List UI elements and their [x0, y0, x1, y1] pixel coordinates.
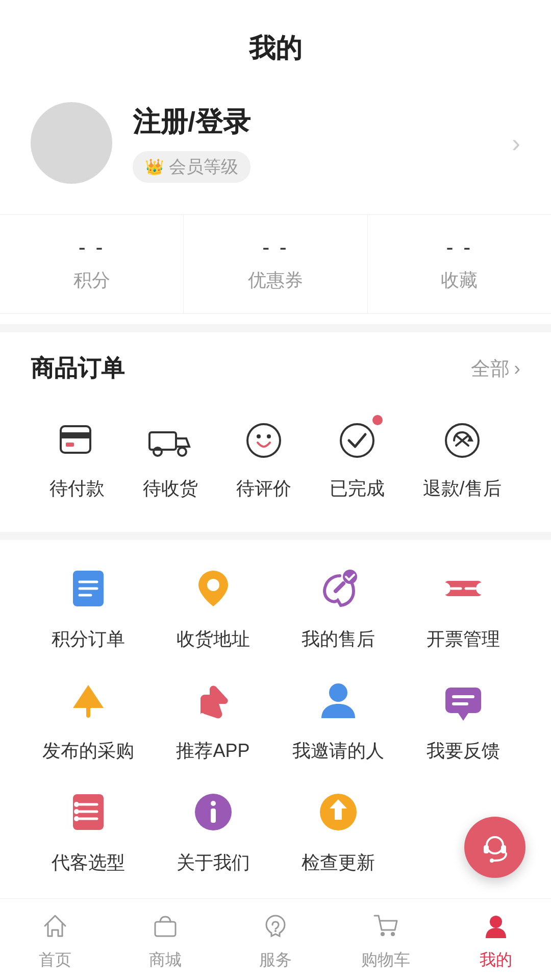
nav-service[interactable]: 服务: [220, 899, 331, 980]
menu-row-1: 积分订单 收货地址 我的售后: [31, 560, 520, 652]
headset-icon: [479, 831, 511, 864]
stat-coupons[interactable]: - - 优惠券: [184, 215, 367, 313]
svg-point-45: [490, 859, 494, 863]
pending-delivery-icon: [145, 415, 196, 466]
pending-review-label: 待评价: [236, 476, 291, 501]
menu-recommend[interactable]: 推荐APP: [156, 672, 270, 764]
stat-coupons-value: - -: [194, 235, 357, 260]
proxy-select-label: 代客选型: [52, 850, 125, 875]
svg-point-25: [329, 683, 347, 702]
divider-1: [0, 324, 551, 332]
svg-point-6: [247, 424, 280, 457]
page-title: 我的: [0, 0, 551, 82]
profile-section[interactable]: 注册/登录 👑 会员等级 ›: [0, 82, 551, 204]
order-refund[interactable]: 退款/售后: [423, 415, 502, 501]
orders-header: 商品订单 全部 ›: [31, 353, 520, 384]
menu-row-2: 发布的采购 推荐APP 我邀请的人: [31, 672, 520, 764]
invite-icon: [310, 672, 366, 728]
order-pending-delivery[interactable]: 待收货: [143, 415, 198, 501]
svg-point-7: [257, 434, 261, 438]
profile-info: 注册/登录 👑 会员等级: [133, 104, 512, 183]
pending-delivery-label: 待收货: [143, 476, 198, 501]
mine-icon: [478, 908, 514, 944]
profile-name: 注册/登录: [133, 104, 512, 141]
svg-rect-43: [484, 845, 489, 853]
points-order-label: 积分订单: [52, 627, 125, 652]
refund-icon: [437, 415, 488, 466]
address-icon: [185, 560, 241, 617]
nav-shop[interactable]: 商城: [110, 899, 220, 980]
stats-section: - - 积分 - - 优惠券 - - 收藏: [0, 214, 551, 314]
nav-mine[interactable]: 我的: [441, 899, 551, 980]
complete-icon: [332, 415, 383, 466]
member-badge: 👑 会员等级: [133, 151, 251, 183]
order-icons-row: 待付款 待收货: [31, 405, 520, 522]
menu-about[interactable]: 关于我们: [156, 784, 270, 875]
recommend-icon: [185, 672, 241, 728]
cart-icon: [368, 908, 404, 944]
stat-points[interactable]: - - 积分: [0, 215, 184, 313]
svg-point-35: [74, 809, 79, 814]
svg-rect-39: [211, 808, 216, 823]
pending-payment-icon: [52, 415, 103, 466]
orders-all-link[interactable]: 全部 ›: [471, 356, 520, 382]
svg-point-9: [341, 424, 373, 457]
stat-points-value: - -: [10, 235, 173, 260]
svg-point-38: [211, 801, 216, 806]
svg-point-8: [267, 434, 271, 438]
update-icon: [310, 784, 366, 840]
orders-section: 商品订单 全部 › 待付款: [0, 332, 551, 532]
bottom-nav: 首页 商城 服务 购物车: [0, 898, 551, 980]
svg-rect-1: [61, 432, 90, 438]
pending-payment-label: 待付款: [49, 476, 105, 501]
proxy-select-icon: [60, 784, 116, 840]
nav-cart[interactable]: 购物车: [331, 899, 441, 980]
svg-rect-46: [155, 922, 176, 936]
fab-customer-service[interactable]: [464, 817, 525, 878]
recommend-label: 推荐APP: [176, 739, 249, 764]
order-complete[interactable]: 已完成: [330, 415, 385, 501]
svg-rect-0: [61, 426, 90, 453]
svg-point-42: [487, 837, 503, 853]
nav-mine-label: 我的: [480, 949, 512, 971]
orders-arrow-icon: ›: [514, 358, 520, 380]
stat-favorites-label: 收藏: [378, 268, 541, 293]
svg-point-36: [74, 816, 79, 821]
svg-rect-44: [501, 845, 506, 853]
profile-arrow: ›: [512, 128, 520, 158]
nav-home[interactable]: 首页: [0, 899, 110, 980]
menu-aftersale[interactable]: 我的售后: [281, 560, 395, 652]
nav-shop-label: 商城: [149, 949, 182, 971]
menu-purchase[interactable]: 发布的采购: [31, 672, 145, 764]
order-pending-review[interactable]: 待评价: [236, 415, 291, 501]
pending-review-icon: [238, 415, 289, 466]
avatar: [31, 102, 112, 184]
svg-point-50: [490, 916, 502, 928]
menu-points-order[interactable]: 积分订单: [31, 560, 145, 652]
svg-point-16: [207, 579, 219, 591]
crown-icon: 👑: [145, 158, 164, 176]
menu-invite[interactable]: 我邀请的人: [281, 672, 395, 764]
svg-point-49: [391, 932, 395, 936]
service-icon: [258, 908, 293, 944]
svg-marker-29: [458, 713, 468, 721]
menu-address[interactable]: 收货地址: [156, 560, 270, 652]
order-pending-payment[interactable]: 待付款: [49, 415, 105, 501]
menu-proxy-select[interactable]: 代客选型: [31, 784, 145, 875]
menu-invoice[interactable]: 开票管理: [406, 560, 520, 652]
stat-points-label: 积分: [10, 268, 173, 293]
address-label: 收货地址: [177, 627, 250, 652]
svg-marker-23: [73, 685, 104, 708]
about-label: 关于我们: [177, 850, 250, 875]
nav-cart-label: 购物车: [361, 949, 410, 971]
menu-update[interactable]: 检查更新: [281, 784, 395, 875]
invoice-label: 开票管理: [427, 627, 500, 652]
menu-feedback[interactable]: 我要反馈: [406, 672, 520, 764]
aftersale-label: 我的售后: [302, 627, 375, 652]
stat-favorites[interactable]: - - 收藏: [368, 215, 551, 313]
svg-rect-2: [66, 443, 74, 447]
svg-point-34: [74, 802, 79, 807]
complete-label: 已完成: [330, 476, 385, 501]
svg-rect-3: [149, 432, 176, 450]
svg-point-47: [274, 930, 277, 932]
